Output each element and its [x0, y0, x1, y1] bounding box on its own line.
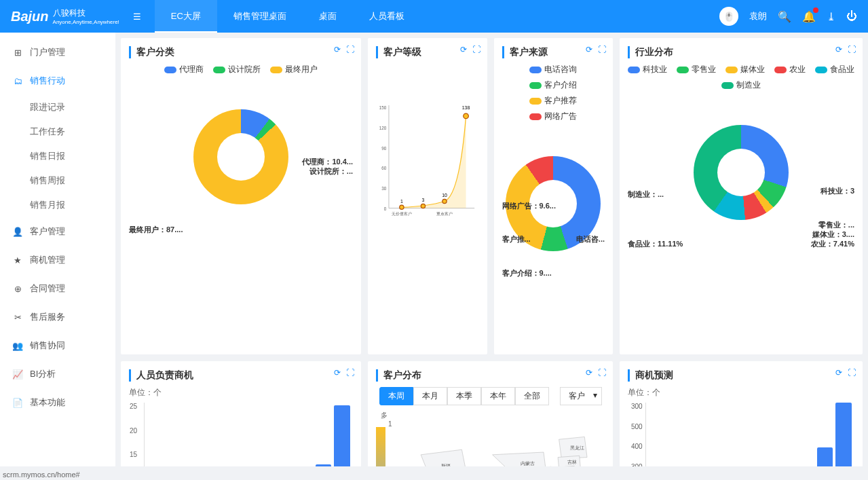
legend-item[interactable]: 客户介绍 [529, 79, 577, 91]
sidebar-item-portal[interactable]: ⊞门户管理 [0, 38, 115, 67]
legend-label: 媒体业 [740, 64, 765, 75]
sidebar-item-basic[interactable]: 📄基本功能 [0, 388, 115, 417]
tab-people[interactable]: 人员看板 [353, 0, 421, 33]
donut-chart: 代理商：10.4... 设计院所：... 最终用户：87.... [129, 109, 353, 299]
legend-label: 科技业 [643, 64, 667, 75]
sidebar-item-coop[interactable]: 👥销售协同 [0, 331, 115, 360]
refresh-icon[interactable]: ⟳ [586, 45, 592, 54]
refresh-icon[interactable]: ⟳ [334, 368, 341, 377]
legend-label: 农业 [789, 64, 806, 75]
map-controls: 本周 本月 本季 本年 全部 客户 ▾ [376, 387, 605, 405]
avatar[interactable]: 🖱️ [719, 7, 738, 26]
svg-text:重点客户: 重点客户 [436, 211, 453, 216]
menu-toggle-icon[interactable]: ☰ [133, 12, 141, 22]
sidebar-sub-task[interactable]: 工作任务 [0, 119, 115, 144]
seg-year[interactable]: 本年 [481, 387, 515, 405]
user-name[interactable]: 袁朗 [749, 10, 767, 22]
user-icon: 👤 [12, 227, 23, 237]
folder-icon: 🗂 [12, 76, 23, 86]
swatch-icon [213, 67, 225, 73]
seg-week[interactable]: 本周 [379, 387, 413, 405]
bell-icon[interactable]: 🔔 [802, 10, 816, 23]
legend-item[interactable]: 客户推荐 [529, 95, 577, 107]
legend-item[interactable]: 最终用户 [270, 64, 318, 75]
svg-text:150: 150 [379, 105, 387, 110]
download-icon[interactable]: ⤓ [827, 10, 835, 23]
sidebar-sub-monthly[interactable]: 销售月报 [0, 193, 115, 217]
chart-label: 电话咨... [576, 234, 605, 244]
chart-label: 网络广告：9.6... [502, 201, 556, 211]
sidebar-sub-daily[interactable]: 销售日报 [0, 144, 115, 168]
chart-label: 食品业：11.11% [628, 239, 683, 249]
legend-item[interactable]: 设计院所 [213, 64, 261, 75]
chart-label: 制造业：... [628, 189, 664, 200]
tab-sales-desktop[interactable]: 销售管理桌面 [217, 0, 303, 33]
legend-item[interactable]: 电话咨询 [529, 64, 577, 75]
expand-icon[interactable]: ⛶ [346, 368, 354, 377]
legend-item[interactable]: 科技业 [628, 64, 667, 75]
sidebar-item-business[interactable]: ★商机管理 [0, 246, 115, 274]
refresh-icon[interactable]: ⟳ [586, 368, 592, 377]
map-select[interactable]: 客户 ▾ [560, 387, 602, 405]
legend-label: 制造业 [736, 79, 761, 91]
seg-quarter[interactable]: 本季 [447, 387, 481, 405]
doc-icon: 📄 [12, 398, 23, 408]
legend-item[interactable]: 零售业 [677, 64, 716, 75]
sidebar-item-sales-action[interactable]: 🗂销售行动 [0, 67, 115, 95]
tab-ec[interactable]: EC大屏 [155, 0, 217, 33]
logo-sub-group: 八骏科技 Anyone,Anytime,Anywhere! [53, 7, 119, 25]
sidebar-item-customer[interactable]: 👤客户管理 [0, 217, 115, 246]
logo-sub2: Anyone,Anytime,Anywhere! [53, 19, 119, 25]
legend-item[interactable]: 食品业 [815, 64, 854, 75]
bar-chart: 3005004003002001000 [645, 403, 854, 466]
unit-label: 单位：个 [628, 387, 854, 399]
legend: 代理商 设计院所 最终用户 [129, 64, 353, 75]
refresh-icon[interactable]: ⟳ [835, 368, 842, 377]
sidebar-sub-weekly[interactable]: 销售周报 [0, 168, 115, 193]
legend: 电话咨询 客户介绍 客户推荐 网络广告 [502, 64, 605, 122]
legend-label: 设计院所 [228, 64, 261, 75]
refresh-icon[interactable]: ⟳ [835, 45, 842, 54]
svg-point-11 [464, 113, 469, 119]
panel-customer-category: 客户分类 ⟳⛶ 代理商 设计院所 最终用户 代理商：10.4... 设计院所：.… [121, 38, 361, 354]
search-icon[interactable]: 🔍 [778, 10, 791, 23]
unit-label: 单位：个 [129, 387, 353, 399]
legend-label: 食品业 [830, 64, 854, 75]
seg-month[interactable]: 本月 [413, 387, 447, 405]
expand-icon[interactable]: ⛶ [848, 45, 856, 54]
sidebar-sub-follow[interactable]: 跟进记录 [0, 95, 115, 119]
legend-item[interactable]: 代理商 [164, 64, 204, 75]
sidebar-label: 合同管理 [30, 282, 65, 295]
tab-desktop[interactable]: 桌面 [303, 0, 353, 33]
expand-icon[interactable]: ⛶ [472, 45, 480, 54]
expand-icon[interactable]: ⛶ [598, 45, 606, 54]
chart-label: 最终用户：87.... [129, 225, 183, 235]
panel-customer-dist: 客户分布 ⟳⛶ 本周 本月 本季 本年 全部 客户 ▾ 多 10 少 [368, 361, 613, 466]
svg-text:90: 90 [381, 146, 387, 151]
power-icon[interactable]: ⏻ [846, 10, 857, 22]
logo-text: Bajun [11, 9, 49, 24]
bar-chart: 2520151050 [144, 403, 353, 466]
seg-all[interactable]: 全部 [515, 387, 549, 405]
refresh-icon[interactable]: ⟳ [460, 45, 467, 54]
expand-icon[interactable]: ⛶ [346, 45, 354, 54]
legend-item[interactable]: 媒体业 [725, 64, 765, 75]
legend-item[interactable]: 制造业 [721, 79, 761, 91]
chart-label: 媒体业：3.... [812, 229, 854, 240]
expand-icon[interactable]: ⛶ [598, 368, 606, 377]
sidebar-item-bi[interactable]: 📈BI分析 [0, 360, 115, 388]
legend-item[interactable]: 农业 [774, 64, 806, 75]
expand-icon[interactable]: ⛶ [848, 368, 856, 377]
refresh-icon[interactable]: ⟳ [334, 45, 341, 54]
sidebar-label: BI分析 [30, 368, 56, 380]
sidebar-item-contract[interactable]: ⊕合同管理 [0, 274, 115, 303]
sidebar-label: 门户管理 [30, 46, 65, 58]
panel-title: 客户分布 [376, 369, 605, 382]
swatch-icon [270, 67, 282, 73]
sidebar-item-aftersale[interactable]: ✂售后服务 [0, 303, 115, 331]
legend-label: 最终用户 [285, 64, 318, 75]
svg-text:新疆: 新疆 [441, 464, 451, 466]
chart-label: 代理商：10.4... [302, 157, 353, 167]
donut-chart: 网络广告：9.6... 客户推... 客户介绍：9.... 电话咨... [502, 156, 605, 346]
legend-item[interactable]: 网络广告 [529, 111, 577, 122]
